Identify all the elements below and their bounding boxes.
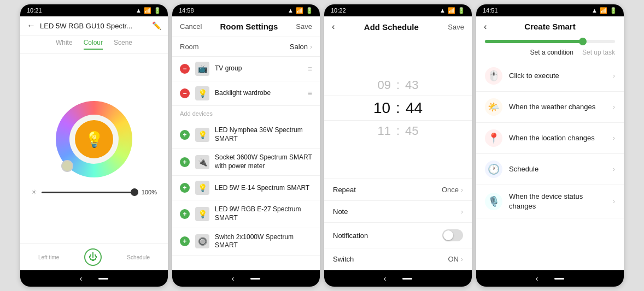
led5w-name: LED 5W E-14 Spectrum SMART [215,184,312,193]
led5w-icon: 💡 [195,181,209,195]
progress-track [485,40,615,43]
repeat-value-row: Once › [442,186,463,194]
schedule-title: Add Schedule [364,22,419,32]
device-add-socket[interactable]: + 🔌 Socket 3600W Spectrum SMART with pow… [172,149,320,176]
power-button[interactable]: ⏻ [84,248,102,266]
nav-home-1[interactable] [98,278,108,280]
switch-value: ON [448,255,459,263]
switch-row[interactable]: Switch ON › [324,248,472,270]
add-led9w-button[interactable]: + [180,209,190,219]
schedule-icon: 🕐 [485,161,502,178]
edit-icon[interactable]: ✏️ [152,21,161,30]
led9w-name: LED 9W RGB E-27 Spectrum SMART [215,205,312,222]
phone-add-schedule: 10:22 ▲ 📶 🔋 ‹ Add Schedule Save 09 : 43 [324,4,472,287]
add-switch-button[interactable]: + [180,236,190,246]
option-schedule[interactable]: 🕐 Schedule › [476,154,624,185]
option-weather[interactable]: 🌤️ When the weather changes › [476,92,624,123]
option-location[interactable]: 📍 When the location changes › [476,123,624,154]
p1-footer: Left time ⏻ Schedule [20,244,168,270]
drag-handle-wardrobe[interactable]: ≡ [308,89,312,98]
time-row-0: 09 : 43 [324,75,472,96]
switch-label: Switch [333,255,354,263]
nav-home-4[interactable] [554,278,564,280]
left-time-item[interactable]: Left time [38,254,59,260]
save-button-3[interactable]: Save [448,23,464,31]
device-add-led9w[interactable]: + 💡 LED 9W RGB E-27 Spectrum SMART [172,200,320,228]
device-add-led5w[interactable]: + 💡 LED 5W E-14 Spectrum SMART [172,176,320,200]
nav-bar-1: ‹ [20,270,168,287]
color-wheel[interactable]: 💡 [56,101,132,177]
tab-white[interactable]: White [56,39,73,50]
status-bar-4: 14:51 ▲ 📶 🔋 [476,4,624,16]
brightness-track[interactable] [42,192,137,193]
option-click[interactable]: 🖱️ Click to execute › [476,61,624,92]
room-row[interactable]: Room Salon › [172,37,320,57]
device-add-nymphea[interactable]: + 💡 LED Nymphea 36W Spectrum SMART [172,121,320,149]
led-title: LED 5W RGB GU10 Spectr... [40,22,152,30]
nav-back-2[interactable]: ‹ [232,274,235,283]
brightness-thumb[interactable] [131,188,138,196]
create-smart-title: Create Smart [524,22,575,31]
device-item-wardrobe[interactable]: − 💡 Backlight wardrobe ≡ [172,81,320,106]
cancel-button[interactable]: Cancel [180,22,202,31]
tv-icon: 📺 [195,62,209,76]
drag-handle-tv[interactable]: ≡ [308,64,312,73]
led9w-icon: 💡 [195,207,209,221]
room-settings-title: Room Settings [220,22,278,31]
p1-header: ← LED 5W RGB GU10 Spectr... ✏️ [20,16,168,35]
status-bar-1: 10:21 ▲ 📶 🔋 [20,4,168,16]
switch-value-row: ON › [448,255,464,263]
hour-2: 11 [377,124,390,138]
nymphea-name: LED Nymphea 36W Spectrum SMART [215,126,312,143]
tv-name: TV group [215,64,302,73]
nav-back-3[interactable]: ‹ [384,274,387,283]
back-button-3[interactable]: ‹ [332,22,335,32]
wardrobe-name: Backlight wardrobe [215,89,302,98]
notification-label: Notification [333,231,368,240]
tab-set-up-task[interactable]: Set up task [582,49,615,56]
tab-set-condition[interactable]: Set a condition [530,49,573,56]
progress-thumb [579,38,587,45]
schedule-label: Schedule [127,254,150,260]
device-item-tv[interactable]: − 📺 TV group ≡ [172,57,320,81]
time-picker[interactable]: 09 : 43 10 : 44 11 : 45 [324,37,472,179]
save-button-2[interactable]: Save [296,22,312,31]
nav-home-2[interactable] [250,278,260,280]
remove-wardrobe-button[interactable]: − [180,88,190,98]
weather-icon: 🌤️ [485,98,502,116]
nav-back-btn-4[interactable]: ‹ [536,274,538,283]
switch-name: Switch 2x1000W Spectrum SMART [215,233,312,250]
nav-back-1[interactable]: ‹ [80,274,83,283]
remove-tv-button[interactable]: − [180,64,190,74]
bulb-icon: 💡 [85,130,104,149]
nav-home-3[interactable] [402,278,412,280]
left-time-label: Left time [38,254,59,260]
schedule-item[interactable]: Schedule [127,254,150,260]
device-list: − 📺 TV group ≡ − 💡 Backlight wardrobe ≡ … [172,57,320,270]
tab-scene[interactable]: Scene [114,39,132,50]
add-nymphea-button[interactable]: + [180,130,190,140]
back-button-1[interactable]: ← [27,21,36,31]
repeat-row[interactable]: Repeat Once › [324,179,472,201]
room-label: Room [180,43,199,51]
device-add-switch[interactable]: + 🔘 Switch 2x1000W Spectrum SMART [172,228,320,256]
color-dot[interactable] [61,160,73,172]
status-bar-3: 10:22 ▲ 📶 🔋 [324,4,472,16]
tab-colour[interactable]: Colour [84,39,103,50]
add-led5w-button[interactable]: + [180,183,190,193]
room-value: Salon [290,43,308,51]
note-row[interactable]: Note › [324,201,472,223]
time-1: 10:21 [27,7,42,14]
add-socket-button[interactable]: + [180,157,190,167]
phone-room-settings: 14:58 ▲ 📶 🔋 Cancel Room Settings Save Ro… [172,4,320,287]
option-device-status[interactable]: 🎙️ When the device status changes › [476,185,624,218]
location-chevron: › [613,134,615,142]
back-button-4[interactable]: ‹ [484,22,487,32]
add-devices-label: Add devices [172,106,320,121]
repeat-label: Repeat [333,186,356,194]
room-chevron: › [310,43,312,51]
schedule-options: Repeat Once › Note › Notification Switch [324,179,472,270]
time-row-2: 11 : 45 [324,121,472,141]
location-label: When the location changes [509,133,606,143]
notification-toggle[interactable] [442,229,463,241]
